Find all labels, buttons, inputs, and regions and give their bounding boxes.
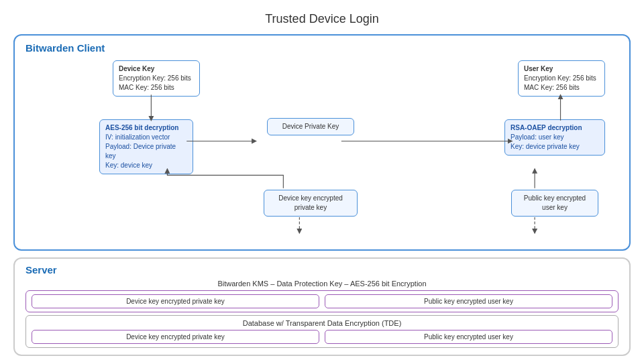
- server-section-label: Server: [25, 264, 619, 276]
- aes-box: AES-256 bit decryption IV: initializatio…: [99, 119, 193, 174]
- rsa-line1: Payload: user key: [511, 133, 564, 141]
- aes-line1: IV: initialization vector: [105, 133, 170, 141]
- device-key-line2: MAC Key: 256 bits: [119, 84, 174, 91]
- device-key-line1: Encryption Key: 256 bits: [119, 74, 191, 82]
- device-key-title: Device Key: [119, 65, 154, 72]
- dkepk-line2: private key: [294, 204, 327, 211]
- user-key-line1: Encryption Key: 256 bits: [524, 74, 596, 82]
- tde-outer: Database w/ Transparent Data Encryption …: [25, 315, 619, 348]
- dkepk-line1: Device key encrypted: [278, 194, 343, 202]
- device-key-box: Device Key Encryption Key: 256 bits MAC …: [113, 60, 200, 97]
- user-key-title: User Key: [524, 65, 553, 72]
- tde-label: Database w/ Transparent Data Encryption …: [32, 319, 612, 327]
- server-section: Server Bitwarden KMS – Data Protection K…: [13, 257, 631, 356]
- pkuk-line2: user key: [542, 204, 568, 211]
- kms-outer: Device key encrypted private key Public …: [25, 290, 619, 312]
- aes-title: AES-256 bit decryption: [105, 124, 178, 131]
- client-section-label: Bitwarden Client: [25, 42, 619, 54]
- tde-box2: Public key encrypted user key: [325, 330, 612, 344]
- dkepk-box: Device key encrypted private key: [264, 190, 358, 217]
- rsa-line2: Key: device private key: [511, 143, 580, 150]
- device-private-key-label: Device Private Key: [282, 123, 339, 130]
- tde-box1: Device key encrypted private key: [32, 330, 319, 344]
- page-title: Trusted Device Login: [0, 0, 644, 34]
- rsa-box: RSA-OAEP decryption Payload: user key Ke…: [504, 119, 605, 156]
- pkuk-box: Public key encrypted user key: [511, 190, 598, 217]
- kms-box1: Device key encrypted private key: [32, 294, 319, 308]
- user-key-box: User Key Encryption Key: 256 bits MAC Ke…: [518, 60, 605, 97]
- pkuk-line1: Public key encrypted: [524, 194, 586, 202]
- rsa-title: RSA-OAEP decryption: [511, 124, 582, 131]
- aes-line2: Payload: Device private key: [105, 143, 176, 160]
- client-section: Bitwarden Client Device Key Encryption K…: [13, 34, 631, 251]
- kms-label: Bitwarden KMS – Data Protection Key – AE…: [25, 280, 619, 288]
- user-key-line2: MAC Key: 256 bits: [524, 84, 580, 91]
- aes-line3: Key: device key: [105, 162, 152, 169]
- device-private-key-box: Device Private Key: [267, 118, 354, 135]
- kms-box2: Public key encrypted user key: [325, 294, 612, 308]
